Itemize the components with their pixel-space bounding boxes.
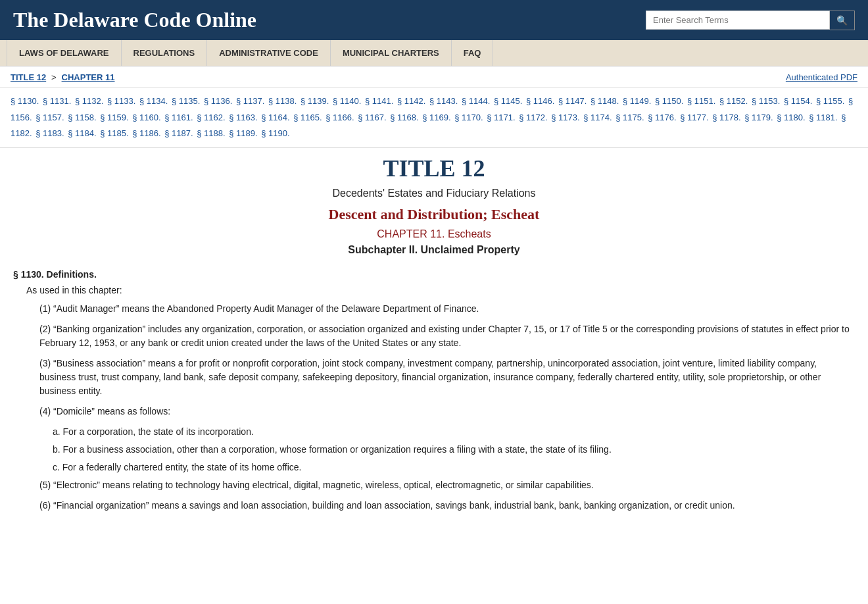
definition-item: (6) “Financial organization” means a sav… <box>39 499 855 513</box>
section-link[interactable]: § 1142. <box>397 96 425 106</box>
site-header: The Delaware Code Online 🔍 <box>0 0 868 40</box>
section-link[interactable]: § 1175. <box>615 113 644 122</box>
definition-item: (1) “Audit Manager” means the Abandoned … <box>39 302 855 316</box>
chapter-name: CHAPTER 11. Escheats <box>13 228 855 240</box>
section-link[interactable]: § 1187. <box>164 128 193 138</box>
breadcrumb: TITLE 12 > CHAPTER 11 <box>11 72 114 82</box>
section-link[interactable]: § 1185. <box>100 128 128 138</box>
section-link[interactable]: § 1190. <box>261 128 289 138</box>
top-bar: TITLE 12 > CHAPTER 11 Authenticated PDF <box>0 66 868 88</box>
section-link[interactable]: § 1137. <box>236 96 264 106</box>
section-link[interactable]: § 1167. <box>358 113 386 122</box>
section-link[interactable]: § 1151. <box>687 96 715 106</box>
section-link[interactable]: § 1176. <box>648 113 676 122</box>
breadcrumb-separator: > <box>51 72 57 82</box>
section-link[interactable]: § 1159. <box>100 113 128 122</box>
definition-item: (2) “Banking organization” includes any … <box>39 322 855 350</box>
section-link[interactable]: § 1162. <box>197 113 225 122</box>
section-link[interactable]: § 1160. <box>132 113 160 122</box>
section-link[interactable]: § 1183. <box>36 128 64 138</box>
definition-item: (4) “Domicile” means as follows: <box>39 405 855 418</box>
sub-item: c. For a federally chartered entity, the… <box>53 461 855 474</box>
nav-item-laws-of-delaware[interactable]: LAWS OF DELAWARE <box>7 40 122 66</box>
section-link[interactable]: § 1166. <box>326 113 354 122</box>
section-link[interactable]: § 1145. <box>494 96 522 106</box>
chapter-heading: Descent and Distribution; Escheat <box>13 206 855 223</box>
section-link[interactable]: § 1140. <box>333 96 361 106</box>
section-link[interactable]: § 1138. <box>268 96 297 106</box>
section-link[interactable]: § 1178. <box>712 113 740 122</box>
section-link[interactable]: § 1144. <box>462 96 490 106</box>
definition-item: (3) “Business association” means a for p… <box>39 357 855 398</box>
section-link[interactable]: § 1147. <box>558 96 587 106</box>
section-link[interactable]: § 1139. <box>301 96 329 106</box>
section-link[interactable]: § 1133. <box>107 96 135 106</box>
section-link[interactable]: § 1130. <box>11 96 39 106</box>
section-link[interactable]: § 1155. <box>816 96 844 106</box>
section-link[interactable]: § 1149. <box>623 96 651 106</box>
section-link[interactable]: § 1184. <box>68 128 96 138</box>
nav-item-administrative-code[interactable]: ADMINISTRATIVE CODE <box>207 40 331 66</box>
definitions-container: (1) “Audit Manager” means the Abandoned … <box>13 302 855 513</box>
section-link[interactable]: § 1161. <box>164 113 193 122</box>
section-links: § 1130. § 1131. § 1132. § 1133. § 1134. … <box>0 88 868 148</box>
sub-item: b. For a business association, other tha… <box>53 443 855 457</box>
section-link[interactable]: § 1189. <box>229 128 257 138</box>
section-link[interactable]: § 1179. <box>744 113 773 122</box>
section-link[interactable]: § 1131. <box>43 96 71 106</box>
search-form: 🔍 <box>646 11 855 30</box>
search-input[interactable] <box>646 11 830 30</box>
section-link[interactable]: § 1170. <box>454 113 483 122</box>
nav-item-municipal-charters[interactable]: MUNICIPAL CHARTERS <box>331 40 452 66</box>
subchapter-name: Subchapter II. Unclaimed Property <box>13 244 855 256</box>
section-link[interactable]: § 1169. <box>422 113 450 122</box>
title-subtitle: Decedents' Estates and Fiduciary Relatio… <box>13 188 855 199</box>
sub-item: a. For a corporation, the state of its i… <box>53 425 855 439</box>
section-link[interactable]: § 1157. <box>36 113 64 122</box>
section-link[interactable]: § 1153. <box>752 96 780 106</box>
site-title: The Delaware Code Online <box>13 8 256 32</box>
authenticated-pdf-link[interactable]: Authenticated PDF <box>786 72 857 82</box>
section-link[interactable]: § 1172. <box>519 113 547 122</box>
section-link[interactable]: § 1174. <box>583 113 612 122</box>
nav-item-faq[interactable]: FAQ <box>452 40 494 66</box>
title-section: TITLE 12 Decedents' Estates and Fiduciar… <box>13 155 855 256</box>
section-1130: § 1130. Definitions. As used in this cha… <box>13 269 855 513</box>
section-link[interactable]: § 1143. <box>429 96 458 106</box>
section-link[interactable]: § 1165. <box>293 113 322 122</box>
section-link[interactable]: § 1168. <box>390 113 418 122</box>
section-link[interactable]: § 1146. <box>526 96 554 106</box>
section-link[interactable]: § 1158. <box>68 113 96 122</box>
section-link[interactable]: § 1188. <box>197 128 225 138</box>
main-nav: LAWS OF DELAWAREREGULATIONSADMINISTRATIV… <box>0 40 868 66</box>
search-button[interactable]: 🔍 <box>830 11 855 30</box>
definition-item: (5) “Electronic” means relating to techn… <box>39 478 855 492</box>
main-content: TITLE 12 Decedents' Estates and Fiduciar… <box>0 148 868 545</box>
section-link[interactable]: § 1152. <box>719 96 748 106</box>
title-number: TITLE 12 <box>13 155 855 182</box>
breadcrumb-chapter[interactable]: CHAPTER 11 <box>62 72 115 82</box>
section-1130-intro: As used in this chapter: <box>26 285 855 295</box>
section-link[interactable]: § 1163. <box>229 113 257 122</box>
section-link[interactable]: § 1132. <box>75 96 103 106</box>
section-link[interactable]: § 1164. <box>261 113 289 122</box>
nav-item-regulations[interactable]: REGULATIONS <box>122 40 208 66</box>
section-link[interactable]: § 1180. <box>777 113 805 122</box>
section-link[interactable]: § 1136. <box>204 96 232 106</box>
section-link[interactable]: § 1150. <box>655 96 683 106</box>
section-link[interactable]: § 1177. <box>680 113 708 122</box>
section-link[interactable]: § 1135. <box>172 96 200 106</box>
section-link[interactable]: § 1171. <box>487 113 515 122</box>
section-link[interactable]: § 1154. <box>784 96 812 106</box>
section-1130-header: § 1130. Definitions. <box>13 269 855 280</box>
section-link[interactable]: § 1181. <box>809 113 837 122</box>
breadcrumb-title[interactable]: TITLE 12 <box>11 72 46 82</box>
section-link[interactable]: § 1186. <box>132 128 160 138</box>
section-link[interactable]: § 1134. <box>139 96 168 106</box>
section-link[interactable]: § 1141. <box>365 96 393 106</box>
section-link[interactable]: § 1148. <box>591 96 619 106</box>
section-link[interactable]: § 1173. <box>551 113 579 122</box>
